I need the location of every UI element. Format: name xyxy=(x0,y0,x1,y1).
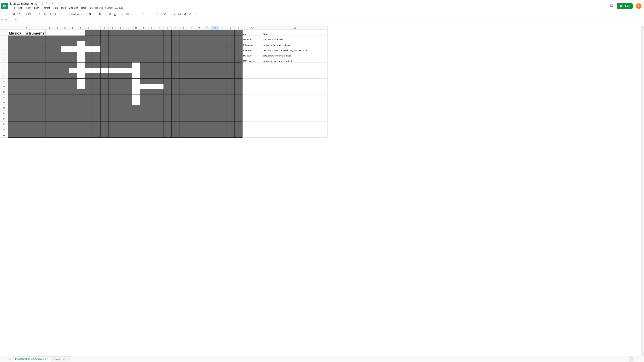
cell[interactable] xyxy=(226,121,234,127)
cell[interactable] xyxy=(172,68,179,73)
cell[interactable] xyxy=(172,62,179,68)
cell[interactable] xyxy=(226,132,234,138)
cell[interactable] xyxy=(8,116,46,121)
cell[interactable] xyxy=(172,132,179,138)
cell[interactable] xyxy=(85,62,92,68)
cell[interactable] xyxy=(77,127,85,132)
row-header[interactable]: 14 xyxy=(0,100,8,105)
cell[interactable] xyxy=(108,121,116,127)
cell[interactable] xyxy=(140,127,148,132)
cell[interactable] xyxy=(8,132,46,138)
cell[interactable] xyxy=(53,127,61,132)
cell[interactable] xyxy=(262,116,327,121)
cell[interactable] xyxy=(234,41,242,46)
cell[interactable] xyxy=(262,127,327,132)
cell[interactable] xyxy=(164,100,172,105)
clue-cell-text[interactable]: percussion; similar to a piano xyxy=(262,52,327,57)
cell[interactable] xyxy=(8,62,46,68)
row-header[interactable]: 20 xyxy=(0,132,8,138)
menu-edit[interactable]: Edit xyxy=(17,6,24,10)
cell[interactable] xyxy=(242,95,262,100)
cell[interactable] xyxy=(53,62,61,68)
cell[interactable] xyxy=(164,73,172,79)
cell[interactable] xyxy=(187,105,195,111)
row-header[interactable]: 16 xyxy=(0,111,8,116)
cell[interactable] xyxy=(8,46,46,52)
cell[interactable] xyxy=(203,105,211,111)
cell[interactable] xyxy=(156,111,164,116)
cell[interactable] xyxy=(211,30,219,36)
cell[interactable] xyxy=(195,84,203,89)
cell[interactable] xyxy=(164,116,172,121)
cell[interactable] xyxy=(132,52,140,57)
font-size-dropdown[interactable]: 10▼ xyxy=(88,13,95,15)
cell[interactable] xyxy=(211,95,219,100)
cell[interactable] xyxy=(92,57,100,62)
cell[interactable] xyxy=(116,95,124,100)
cell[interactable] xyxy=(140,30,148,36)
cell[interactable] xyxy=(69,46,77,52)
cell[interactable] xyxy=(262,84,327,89)
cell[interactable] xyxy=(226,30,234,36)
cell[interactable] xyxy=(53,105,61,111)
sheet-tab-active[interactable]: Musical Instruments Crossword ▼ xyxy=(13,357,51,362)
cell[interactable] xyxy=(195,36,203,41)
clue-cell-text[interactable]: percussion with a skin xyxy=(262,36,327,41)
insert-link-icon[interactable] xyxy=(172,12,177,16)
cell[interactable] xyxy=(8,127,46,132)
cell[interactable] xyxy=(187,62,195,68)
cell[interactable] xyxy=(124,127,132,132)
cell[interactable] xyxy=(124,100,132,105)
cell[interactable] xyxy=(92,36,100,41)
cell[interactable] xyxy=(179,89,187,95)
cell[interactable] xyxy=(262,89,327,95)
cell[interactable] xyxy=(85,57,92,62)
cell[interactable] xyxy=(211,116,219,121)
fill-color-icon[interactable] xyxy=(120,12,125,16)
horizontal-align-dropdown[interactable]: ▼ xyxy=(140,12,147,15)
cell[interactable] xyxy=(172,100,179,105)
cell[interactable] xyxy=(226,68,234,73)
cell[interactable] xyxy=(124,52,132,57)
cell[interactable] xyxy=(187,89,195,95)
cell[interactable] xyxy=(148,84,156,89)
cell[interactable] xyxy=(92,73,100,79)
cell[interactable] xyxy=(219,52,226,57)
cell[interactable] xyxy=(179,100,187,105)
cell[interactable] xyxy=(132,105,140,111)
cell[interactable] xyxy=(187,52,195,57)
italic-icon[interactable]: I xyxy=(103,12,107,16)
cell[interactable] xyxy=(172,127,179,132)
cell[interactable] xyxy=(203,57,211,62)
cell[interactable] xyxy=(53,84,61,89)
cell[interactable] xyxy=(69,62,77,68)
cell[interactable] xyxy=(92,121,100,127)
cell[interactable] xyxy=(108,30,116,36)
column-header[interactable]: C xyxy=(53,26,61,30)
cell[interactable] xyxy=(124,68,132,73)
cell[interactable] xyxy=(108,52,116,57)
cell[interactable] xyxy=(211,89,219,95)
cell[interactable] xyxy=(61,105,69,111)
cell[interactable] xyxy=(8,52,46,57)
cell[interactable] xyxy=(116,36,124,41)
cell[interactable] xyxy=(77,95,85,100)
cell[interactable] xyxy=(203,84,211,89)
cell[interactable] xyxy=(156,36,164,41)
cell[interactable] xyxy=(226,84,234,89)
cell[interactable] xyxy=(45,62,53,68)
cell[interactable] xyxy=(108,127,116,132)
cell[interactable] xyxy=(85,89,92,95)
cell[interactable] xyxy=(45,79,53,84)
cell[interactable] xyxy=(116,100,124,105)
cell[interactable] xyxy=(140,52,148,57)
cell[interactable] xyxy=(262,62,327,68)
cell[interactable] xyxy=(234,68,242,73)
column-header[interactable]: AB xyxy=(262,26,327,30)
cell[interactable] xyxy=(164,84,172,89)
cell[interactable] xyxy=(140,105,148,111)
cell[interactable] xyxy=(140,62,148,68)
cell[interactable] xyxy=(179,68,187,73)
cell[interactable] xyxy=(92,132,100,138)
cell[interactable] xyxy=(69,84,77,89)
